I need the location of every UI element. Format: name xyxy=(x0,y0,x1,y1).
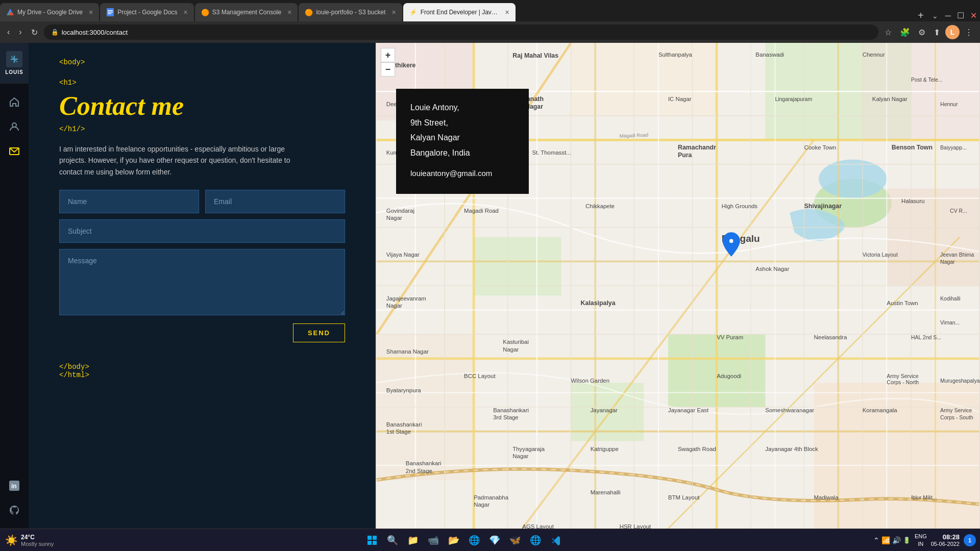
url-input[interactable] xyxy=(62,29,871,36)
maximize-button[interactable]: ☐ xyxy=(954,10,967,21)
taskbar-ruby-button[interactable]: 💎 xyxy=(485,531,504,549)
send-btn-row: SEND xyxy=(59,323,345,342)
svg-text:Post & Tele...: Post & Tele... xyxy=(911,77,943,83)
taskbar-edge-button[interactable]: 🌐 xyxy=(465,531,483,549)
svg-rect-148 xyxy=(368,536,372,540)
profile-avatar[interactable]: L xyxy=(945,25,960,39)
menu-button[interactable]: ⋮ xyxy=(962,26,976,39)
tab5-close[interactable]: × xyxy=(505,8,509,16)
extensions-button[interactable]: 🧩 xyxy=(897,26,913,39)
tab4-close[interactable]: × xyxy=(391,8,396,16)
volume-icon[interactable]: 🔊 xyxy=(892,536,901,544)
close-h1-tag: </h1/> xyxy=(59,125,345,133)
tab-google-docs[interactable]: Project - Google Docs × xyxy=(100,3,194,21)
svg-rect-4 xyxy=(108,10,113,11)
svg-text:Jayanagar: Jayanagar xyxy=(591,407,618,413)
chevron-up-icon[interactable]: ⌃ xyxy=(873,536,879,544)
svg-text:Baiyyapp...: Baiyyapp... xyxy=(940,145,967,151)
taskbar-right: ⌃ 📶 🔊 🔋 ENG IN 08:28 05-06-2022 1 xyxy=(869,533,980,547)
taskbar-search-button[interactable]: 🔍 xyxy=(383,531,402,549)
security-lock-icon: 🔒 xyxy=(51,29,59,36)
minimize-button[interactable]: ─ xyxy=(942,10,954,21)
svg-text:Cooke Town: Cooke Town xyxy=(804,144,837,151)
svg-rect-150 xyxy=(368,541,372,545)
network-icon[interactable]: 📶 xyxy=(881,536,890,544)
zoom-out-button[interactable]: − xyxy=(381,62,395,77)
svg-text:Victoria Layout: Victoria Layout xyxy=(863,252,898,258)
svg-text:Madiwala: Madiwala xyxy=(814,494,839,500)
open-h1-tag: <h1> xyxy=(59,79,345,87)
svg-text:High Grounds: High Grounds xyxy=(722,203,758,209)
bookmark-star-button[interactable]: ☆ xyxy=(881,26,895,39)
tab1-close[interactable]: × xyxy=(89,8,93,16)
map-container[interactable]: Mathikere Raj Mahal Vilas Sulthanpalya B… xyxy=(376,43,980,529)
tab-favicon-js: ⚡ xyxy=(409,8,418,16)
popup-line4: Bangalore, India xyxy=(410,146,514,160)
tab-overflow-button[interactable]: ⌄ xyxy=(928,12,942,20)
tab-my-drive[interactable]: My Drive - Google Drive × xyxy=(0,3,99,21)
svg-text:Neelasandra: Neelasandra xyxy=(814,334,847,340)
svg-text:Chennur: Chennur xyxy=(863,52,885,58)
battery-icon[interactable]: 🔋 xyxy=(903,537,911,544)
logo-icon xyxy=(6,51,22,67)
svg-text:2nd Stage: 2nd Stage xyxy=(406,468,432,474)
profile-settings-button[interactable]: ⚙ xyxy=(915,26,928,39)
svg-text:in: in xyxy=(11,483,17,490)
tab3-close[interactable]: × xyxy=(287,8,291,16)
svg-text:Byatarynpura: Byatarynpura xyxy=(386,387,421,393)
tab-frontend-dev[interactable]: ⚡ Front End Developer | JavaScript... × xyxy=(403,3,516,21)
svg-text:CV R...: CV R... xyxy=(950,208,967,214)
tab-s3-portfolio[interactable]: 🟠 louie-portfolio - S3 bucket × xyxy=(299,3,402,21)
name-input[interactable] xyxy=(59,190,199,213)
sidebar-item-home[interactable] xyxy=(4,92,24,112)
popup-line1: Louie Antony, xyxy=(410,101,514,114)
start-button[interactable] xyxy=(363,531,381,549)
svg-rect-5 xyxy=(108,12,113,13)
taskbar-vscode-button[interactable] xyxy=(547,531,565,549)
svg-text:Corps - South: Corps - South xyxy=(940,415,973,420)
address-bar-row: ‹ › ↻ 🔒 ☆ 🧩 ⚙ ⬆ L ⋮ xyxy=(0,21,980,43)
address-bar[interactable]: 🔒 xyxy=(44,24,878,40)
taskbar-clock[interactable]: 08:28 05-06-2022 xyxy=(931,533,960,547)
sidebar-item-mail[interactable] xyxy=(4,141,24,161)
notification-badge[interactable]: 1 xyxy=(964,534,976,546)
message-textarea[interactable] xyxy=(59,249,345,315)
send-button[interactable]: SEND xyxy=(293,323,345,342)
map-area: Mathikere Raj Mahal Vilas Sulthanpalya B… xyxy=(376,43,980,529)
svg-text:Marenahalli: Marenahalli xyxy=(591,489,621,495)
svg-rect-6 xyxy=(108,13,111,14)
svg-text:Kodihalli: Kodihalli xyxy=(940,296,961,302)
svg-text:Nagar: Nagar xyxy=(512,453,528,459)
taskbar-folder-button[interactable]: 📂 xyxy=(445,531,463,549)
zoom-in-button[interactable]: + xyxy=(381,48,395,62)
share-button[interactable]: ⬆ xyxy=(930,26,943,39)
back-button[interactable]: ‹ xyxy=(4,26,13,39)
svg-text:Jagajeevanram: Jagajeevanram xyxy=(386,295,426,302)
sidebar-item-github[interactable] xyxy=(4,500,24,520)
tab2-close[interactable]: × xyxy=(184,8,188,16)
tab2-label: Project - Google Docs xyxy=(117,9,177,16)
sidebar-item-user[interactable] xyxy=(4,116,24,137)
close-button[interactable]: ✕ xyxy=(967,10,980,21)
taskbar-files-button[interactable]: 📁 xyxy=(404,531,422,549)
svg-text:Iblur Milit...: Iblur Milit... xyxy=(911,495,937,500)
taskbar-msn-button[interactable]: 🦋 xyxy=(506,531,524,549)
svg-text:Kalasipalya: Kalasipalya xyxy=(581,299,616,307)
subject-input[interactable] xyxy=(59,219,345,243)
new-tab-button[interactable]: + xyxy=(914,10,928,21)
sidebar-logo[interactable]: LOUIS xyxy=(0,43,29,84)
svg-text:Banashankari: Banashankari xyxy=(406,460,442,466)
taskbar-chrome-button[interactable]: 🌐 xyxy=(526,531,545,549)
svg-text:IC Nagar: IC Nagar xyxy=(668,96,692,102)
email-input[interactable] xyxy=(205,190,345,213)
sidebar-bottom: in xyxy=(4,467,24,529)
sidebar-item-linkedin[interactable]: in xyxy=(4,475,24,496)
clock-time: 08:28 xyxy=(931,533,960,541)
reload-button[interactable]: ↻ xyxy=(28,26,41,39)
tab-s3-console[interactable]: 🟠 S3 Management Console × xyxy=(195,3,298,21)
svg-text:Halasuru: Halasuru xyxy=(901,198,925,204)
forward-button[interactable]: › xyxy=(16,26,24,39)
taskbar-meet-button[interactable]: 📹 xyxy=(424,531,443,549)
svg-text:Wilson Garden: Wilson Garden xyxy=(571,378,609,384)
taskbar-language[interactable]: ENG IN xyxy=(915,533,927,547)
